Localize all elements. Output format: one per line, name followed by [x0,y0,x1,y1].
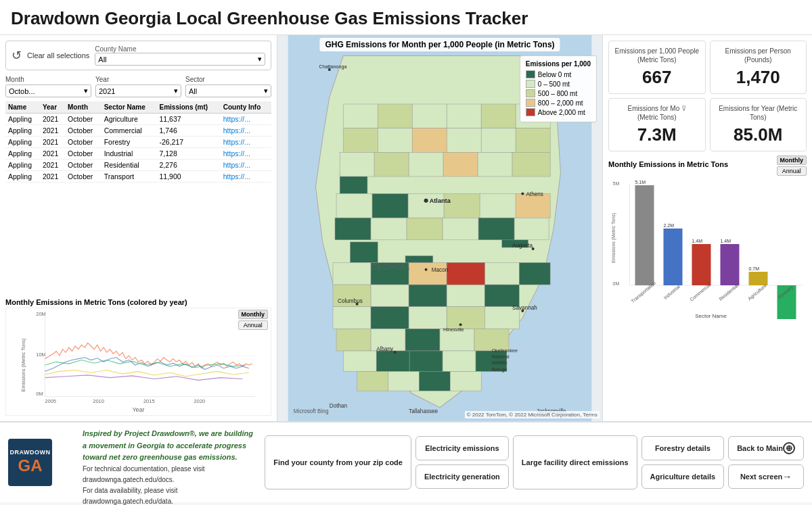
line-chart-section: Monthly Emissions in Metric Tons (colore… [5,298,271,416]
svg-rect-41 [336,194,372,218]
svg-rect-29 [343,128,378,153]
line-chart-svg: 20M 10M 0M 2005 2010 2015 2020 [6,308,271,403]
county-filter: County Name All ▾ [95,45,265,66]
svg-text:Microsoft Bing: Microsoft Bing [294,408,329,414]
svg-rect-67 [447,307,484,329]
clear-all-button[interactable]: Clear all selections [27,51,89,59]
svg-text:Emissions (Metric Tons): Emissions (Metric Tons) [20,338,26,391]
month-label: Month [5,76,91,83]
next-screen-button[interactable]: Next screen → [728,464,804,489]
col-year: Year [40,101,65,114]
table-row: Appling2021OctoberTransport11,900https:/… [5,171,271,183]
svg-text:Tallahassee: Tallahassee [409,408,438,414]
svg-text:GEORGIA: GEORGIA [371,262,410,272]
svg-rect-37 [409,152,443,176]
svg-rect-50 [443,218,478,240]
svg-rect-63 [484,285,519,307]
info-highlight: Inspired by Project Drawdown®, we are bu… [83,428,258,464]
line-chart-x-label: Year [6,406,271,413]
svg-rect-121 [692,244,711,285]
logo-drawdown-text: DRAWDOWN [10,449,51,456]
bar-monthly-toggle[interactable]: Monthly [777,155,807,165]
logo-section: DRAWDOWN GA [8,428,76,497]
monthly-toggle[interactable]: Monthly [238,310,269,319]
emissions-per-1000-card: Emissions per 1,000 People (Metric Tons)… [608,41,706,94]
col-name: Name [5,101,40,114]
find-county-button[interactable]: Find your county from your zip code [265,435,411,489]
bar-annual-toggle[interactable]: Annual [777,166,807,176]
county-filter-label: County Name [95,45,265,53]
svg-rect-119 [664,229,683,285]
svg-rect-55 [409,262,447,285]
bar-chart-svg: 5M 0M 5.1M 2.2M 1.4M [608,177,807,319]
svg-point-96 [394,351,397,354]
back-to-main-button[interactable]: Back to Main ⊕ [728,436,804,460]
svg-point-86 [521,192,524,195]
legend-0-500: 0 – 500 mt [526,80,591,88]
bottom-bar: DRAWDOWN GA Inspired by Project Drawdown… [0,421,812,502]
svg-rect-125 [749,272,768,285]
table-row: Appling2021OctoberCommercial1,746https:/… [5,125,271,137]
svg-rect-40 [512,152,550,176]
svg-rect-53 [333,262,371,285]
info-text: Inspired by Project Drawdown®, we are bu… [83,428,258,497]
forestry-details-button[interactable]: Forestry details [641,436,725,460]
line-chart-toggles: Monthly Annual [238,310,269,330]
svg-rect-82 [450,372,481,391]
svg-text:Augusta: Augusta [512,243,533,249]
svg-rect-26 [447,104,481,128]
svg-rect-74 [343,351,376,372]
back-arrow-icon[interactable]: ↺ [12,48,22,63]
svg-rect-57 [484,262,519,285]
svg-rect-38 [443,152,478,176]
svg-rect-27 [481,104,516,128]
svg-text:0M: 0M [613,281,620,286]
annual-toggle[interactable]: Annual [238,320,269,330]
electricity-generation-button[interactable]: Electricity generation [415,464,509,489]
info-tech: For technical documentation, please visi… [83,464,258,485]
svg-text:5.1M: 5.1M [635,180,646,185]
svg-point-98 [459,323,462,326]
table-row: Appling2021OctoberForestry-26,217https:/… [5,137,271,148]
svg-rect-65 [371,307,409,329]
svg-rect-81 [419,372,450,391]
right-panel: Emissions per 1,000 People (Metric Tons)… [602,35,812,421]
svg-point-84 [424,199,428,203]
table-row: Appling2021OctoberAgriculture11,637https… [5,114,271,125]
svg-text:Okefenokee: Okefenokee [491,348,517,354]
sector-select[interactable]: All▾ [185,85,271,97]
large-facility-button[interactable]: Large facility direct emissions [513,435,637,489]
svg-rect-45 [480,194,516,218]
svg-rect-51 [478,218,514,240]
svg-text:Emissions (Metric Tons): Emissions (Metric Tons) [611,213,616,263]
emissions-for-year-card: Emissions for Year (Metric Tons) 85.0M [710,98,807,151]
table-row: Appling2021OctoberIndustrial7,128https:/… [5,148,271,160]
metric-cards: Emissions per 1,000 People (Metric Tons)… [608,41,807,151]
svg-rect-76 [409,351,443,372]
svg-text:Macon: Macon [432,267,448,273]
col-county-info: County Info [221,101,271,114]
emissions-per-person-label: Emissions per Person (Pounds) [716,47,801,64]
line-chart-title: Monthly Emissions in Metric Tons (colore… [5,298,271,306]
table-wrapper[interactable]: Name Year Month Sector Name Emissions (m… [5,101,271,183]
emissions-for-month-card: Emissions for Mo ⊽(Metric Tons) 7.3M [608,98,706,151]
svg-text:2010: 2010 [93,398,104,404]
county-select[interactable]: All ▾ [95,53,265,66]
drawdown-logo: DRAWDOWN GA [8,439,52,486]
svg-text:Refuge: Refuge [491,367,507,372]
emissions-for-year-label: Emissions for Year (Metric Tons) [716,104,801,122]
svg-text:10M: 10M [36,352,45,358]
info-data: For data availability, please visit draw… [83,485,258,505]
svg-text:Albany: Albany [376,346,394,352]
year-select[interactable]: 2021▾ [95,85,181,97]
svg-text:Industrial: Industrial [663,284,681,300]
month-select[interactable]: Octob...▾ [5,85,91,97]
svg-rect-31 [412,128,447,153]
electricity-emissions-button[interactable]: Electricity emissions [415,436,509,460]
svg-rect-75 [376,351,409,372]
agriculture-details-button[interactable]: Agriculture details [641,464,725,489]
svg-rect-58 [519,262,550,285]
year-label: Year [95,76,181,83]
svg-rect-60 [371,285,409,307]
svg-rect-123 [721,244,740,285]
